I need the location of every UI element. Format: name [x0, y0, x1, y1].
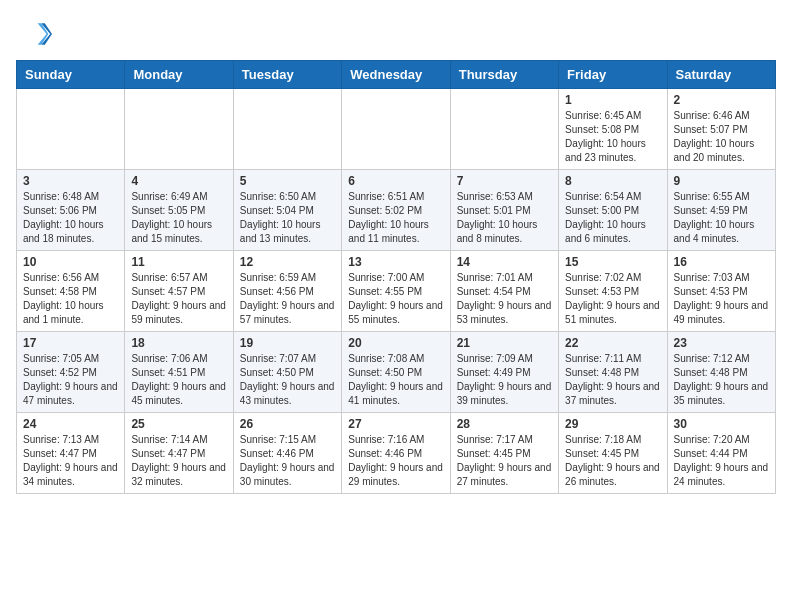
day-number: 18 — [131, 336, 226, 350]
calendar-cell: 27Sunrise: 7:16 AM Sunset: 4:46 PM Dayli… — [342, 413, 450, 494]
calendar-header-row: SundayMondayTuesdayWednesdayThursdayFrid… — [17, 61, 776, 89]
day-info: Sunrise: 7:11 AM Sunset: 4:48 PM Dayligh… — [565, 352, 660, 408]
day-info: Sunrise: 6:48 AM Sunset: 5:06 PM Dayligh… — [23, 190, 118, 246]
day-number: 16 — [674, 255, 769, 269]
day-info: Sunrise: 7:12 AM Sunset: 4:48 PM Dayligh… — [674, 352, 769, 408]
day-info: Sunrise: 7:18 AM Sunset: 4:45 PM Dayligh… — [565, 433, 660, 489]
day-info: Sunrise: 7:15 AM Sunset: 4:46 PM Dayligh… — [240, 433, 335, 489]
calendar-cell: 18Sunrise: 7:06 AM Sunset: 4:51 PM Dayli… — [125, 332, 233, 413]
day-number: 13 — [348, 255, 443, 269]
weekday-header-wednesday: Wednesday — [342, 61, 450, 89]
logo — [16, 16, 56, 52]
day-number: 30 — [674, 417, 769, 431]
day-number: 24 — [23, 417, 118, 431]
weekday-header-monday: Monday — [125, 61, 233, 89]
day-info: Sunrise: 7:03 AM Sunset: 4:53 PM Dayligh… — [674, 271, 769, 327]
day-info: Sunrise: 7:17 AM Sunset: 4:45 PM Dayligh… — [457, 433, 552, 489]
weekday-header-friday: Friday — [559, 61, 667, 89]
calendar-cell: 21Sunrise: 7:09 AM Sunset: 4:49 PM Dayli… — [450, 332, 558, 413]
day-info: Sunrise: 6:50 AM Sunset: 5:04 PM Dayligh… — [240, 190, 335, 246]
day-number: 19 — [240, 336, 335, 350]
calendar-cell: 7Sunrise: 6:53 AM Sunset: 5:01 PM Daylig… — [450, 170, 558, 251]
calendar-cell: 30Sunrise: 7:20 AM Sunset: 4:44 PM Dayli… — [667, 413, 775, 494]
calendar-cell: 14Sunrise: 7:01 AM Sunset: 4:54 PM Dayli… — [450, 251, 558, 332]
calendar-cell: 3Sunrise: 6:48 AM Sunset: 5:06 PM Daylig… — [17, 170, 125, 251]
calendar-cell: 17Sunrise: 7:05 AM Sunset: 4:52 PM Dayli… — [17, 332, 125, 413]
calendar-week-row: 3Sunrise: 6:48 AM Sunset: 5:06 PM Daylig… — [17, 170, 776, 251]
calendar-cell: 15Sunrise: 7:02 AM Sunset: 4:53 PM Dayli… — [559, 251, 667, 332]
day-number: 5 — [240, 174, 335, 188]
calendar-week-row: 10Sunrise: 6:56 AM Sunset: 4:58 PM Dayli… — [17, 251, 776, 332]
day-number: 6 — [348, 174, 443, 188]
day-number: 9 — [674, 174, 769, 188]
weekday-header-saturday: Saturday — [667, 61, 775, 89]
day-info: Sunrise: 6:53 AM Sunset: 5:01 PM Dayligh… — [457, 190, 552, 246]
day-number: 26 — [240, 417, 335, 431]
calendar-table: SundayMondayTuesdayWednesdayThursdayFrid… — [16, 60, 776, 494]
logo-icon — [16, 16, 52, 52]
day-info: Sunrise: 6:59 AM Sunset: 4:56 PM Dayligh… — [240, 271, 335, 327]
day-info: Sunrise: 7:01 AM Sunset: 4:54 PM Dayligh… — [457, 271, 552, 327]
calendar-cell: 24Sunrise: 7:13 AM Sunset: 4:47 PM Dayli… — [17, 413, 125, 494]
day-info: Sunrise: 7:00 AM Sunset: 4:55 PM Dayligh… — [348, 271, 443, 327]
day-number: 23 — [674, 336, 769, 350]
calendar-cell: 23Sunrise: 7:12 AM Sunset: 4:48 PM Dayli… — [667, 332, 775, 413]
calendar-cell: 4Sunrise: 6:49 AM Sunset: 5:05 PM Daylig… — [125, 170, 233, 251]
day-number: 7 — [457, 174, 552, 188]
day-info: Sunrise: 6:46 AM Sunset: 5:07 PM Dayligh… — [674, 109, 769, 165]
day-number: 15 — [565, 255, 660, 269]
page-header — [16, 16, 776, 52]
day-info: Sunrise: 6:56 AM Sunset: 4:58 PM Dayligh… — [23, 271, 118, 327]
day-number: 12 — [240, 255, 335, 269]
day-number: 17 — [23, 336, 118, 350]
weekday-header-thursday: Thursday — [450, 61, 558, 89]
day-number: 2 — [674, 93, 769, 107]
calendar-cell: 11Sunrise: 6:57 AM Sunset: 4:57 PM Dayli… — [125, 251, 233, 332]
day-number: 22 — [565, 336, 660, 350]
calendar-week-row: 17Sunrise: 7:05 AM Sunset: 4:52 PM Dayli… — [17, 332, 776, 413]
day-info: Sunrise: 7:20 AM Sunset: 4:44 PM Dayligh… — [674, 433, 769, 489]
day-number: 14 — [457, 255, 552, 269]
day-number: 27 — [348, 417, 443, 431]
day-info: Sunrise: 7:13 AM Sunset: 4:47 PM Dayligh… — [23, 433, 118, 489]
calendar-week-row: 1Sunrise: 6:45 AM Sunset: 5:08 PM Daylig… — [17, 89, 776, 170]
day-number: 20 — [348, 336, 443, 350]
calendar-cell — [125, 89, 233, 170]
calendar-cell: 1Sunrise: 6:45 AM Sunset: 5:08 PM Daylig… — [559, 89, 667, 170]
calendar-cell: 5Sunrise: 6:50 AM Sunset: 5:04 PM Daylig… — [233, 170, 341, 251]
calendar-cell: 10Sunrise: 6:56 AM Sunset: 4:58 PM Dayli… — [17, 251, 125, 332]
day-info: Sunrise: 7:06 AM Sunset: 4:51 PM Dayligh… — [131, 352, 226, 408]
day-info: Sunrise: 6:55 AM Sunset: 4:59 PM Dayligh… — [674, 190, 769, 246]
calendar-cell — [17, 89, 125, 170]
weekday-header-sunday: Sunday — [17, 61, 125, 89]
calendar-cell: 8Sunrise: 6:54 AM Sunset: 5:00 PM Daylig… — [559, 170, 667, 251]
day-info: Sunrise: 6:49 AM Sunset: 5:05 PM Dayligh… — [131, 190, 226, 246]
calendar-cell: 19Sunrise: 7:07 AM Sunset: 4:50 PM Dayli… — [233, 332, 341, 413]
calendar-week-row: 24Sunrise: 7:13 AM Sunset: 4:47 PM Dayli… — [17, 413, 776, 494]
day-number: 11 — [131, 255, 226, 269]
day-number: 8 — [565, 174, 660, 188]
day-number: 3 — [23, 174, 118, 188]
day-info: Sunrise: 7:09 AM Sunset: 4:49 PM Dayligh… — [457, 352, 552, 408]
calendar-cell: 6Sunrise: 6:51 AM Sunset: 5:02 PM Daylig… — [342, 170, 450, 251]
day-info: Sunrise: 6:45 AM Sunset: 5:08 PM Dayligh… — [565, 109, 660, 165]
day-info: Sunrise: 7:14 AM Sunset: 4:47 PM Dayligh… — [131, 433, 226, 489]
day-number: 4 — [131, 174, 226, 188]
calendar-cell — [450, 89, 558, 170]
calendar-cell: 20Sunrise: 7:08 AM Sunset: 4:50 PM Dayli… — [342, 332, 450, 413]
day-info: Sunrise: 7:16 AM Sunset: 4:46 PM Dayligh… — [348, 433, 443, 489]
day-info: Sunrise: 6:57 AM Sunset: 4:57 PM Dayligh… — [131, 271, 226, 327]
day-info: Sunrise: 7:07 AM Sunset: 4:50 PM Dayligh… — [240, 352, 335, 408]
day-info: Sunrise: 6:51 AM Sunset: 5:02 PM Dayligh… — [348, 190, 443, 246]
calendar-cell: 29Sunrise: 7:18 AM Sunset: 4:45 PM Dayli… — [559, 413, 667, 494]
calendar-cell: 2Sunrise: 6:46 AM Sunset: 5:07 PM Daylig… — [667, 89, 775, 170]
day-number: 10 — [23, 255, 118, 269]
calendar-cell: 26Sunrise: 7:15 AM Sunset: 4:46 PM Dayli… — [233, 413, 341, 494]
day-number: 21 — [457, 336, 552, 350]
day-info: Sunrise: 7:05 AM Sunset: 4:52 PM Dayligh… — [23, 352, 118, 408]
day-number: 25 — [131, 417, 226, 431]
calendar-cell: 16Sunrise: 7:03 AM Sunset: 4:53 PM Dayli… — [667, 251, 775, 332]
day-number: 28 — [457, 417, 552, 431]
day-info: Sunrise: 7:08 AM Sunset: 4:50 PM Dayligh… — [348, 352, 443, 408]
weekday-header-tuesday: Tuesday — [233, 61, 341, 89]
